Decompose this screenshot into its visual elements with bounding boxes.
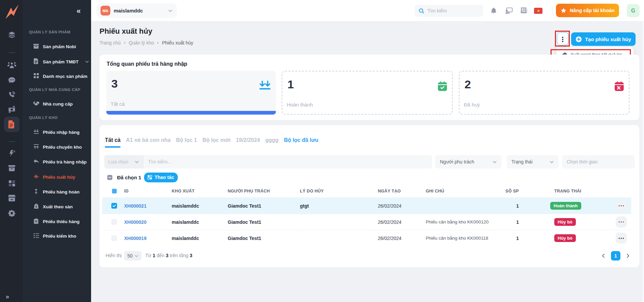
svg-text:A: A <box>13 150 16 153</box>
svg-text:$: $ <box>35 205 37 208</box>
